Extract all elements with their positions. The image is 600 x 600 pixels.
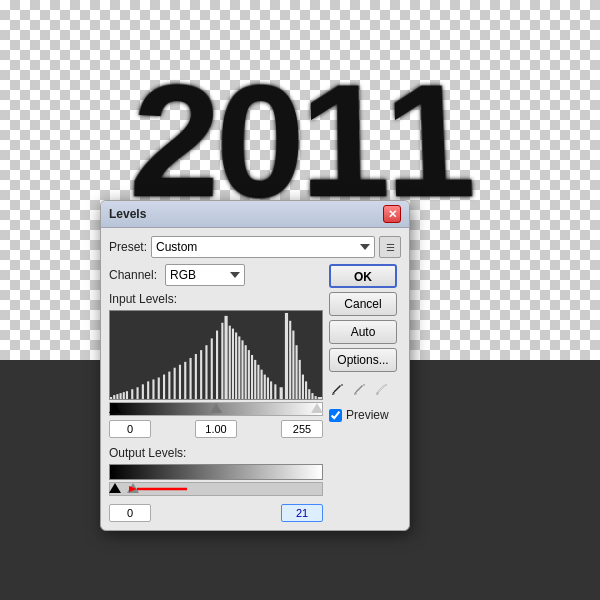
svg-rect-43 [289, 321, 291, 399]
eyedropper-row [329, 380, 401, 398]
svg-rect-52 [318, 397, 322, 399]
svg-rect-18 [190, 358, 192, 399]
preset-select[interactable]: Custom [151, 236, 375, 258]
svg-rect-40 [274, 384, 276, 399]
svg-rect-28 [235, 333, 237, 399]
histogram-container [109, 310, 323, 400]
svg-rect-34 [254, 360, 256, 399]
svg-rect-11 [152, 379, 154, 399]
output-values: 0 21 [109, 504, 323, 522]
svg-rect-14 [168, 372, 170, 399]
svg-rect-29 [238, 336, 240, 399]
svg-rect-17 [184, 362, 186, 399]
red-arrow-indicator [129, 483, 189, 495]
cancel-button[interactable]: Cancel [329, 292, 397, 316]
svg-rect-23 [216, 331, 218, 399]
svg-rect-50 [311, 393, 313, 399]
svg-rect-4 [120, 393, 122, 399]
svg-rect-10 [147, 381, 149, 399]
output-slider-row [109, 482, 323, 500]
svg-rect-39 [270, 381, 272, 399]
svg-rect-12 [158, 377, 160, 399]
main-area: Channel: RGB Input Levels: [109, 264, 401, 522]
auto-button[interactable]: Auto [329, 320, 397, 344]
preset-row: Preset: Custom ☰ [109, 236, 401, 258]
input-handle-black[interactable] [109, 403, 121, 413]
svg-rect-15 [174, 368, 176, 399]
output-gradient [109, 464, 323, 480]
output-section: Output Levels: [109, 446, 323, 522]
svg-rect-1 [110, 397, 112, 399]
input-mid-value[interactable]: 1.00 [195, 420, 237, 438]
input-black-value[interactable]: 0 [109, 420, 151, 438]
preview-label: Preview [346, 408, 389, 422]
svg-rect-9 [142, 384, 144, 399]
levels-dialog: Levels ✕ Preset: Custom ☰ Channel: [100, 200, 410, 531]
svg-rect-22 [211, 338, 213, 399]
red-arrow-svg [129, 483, 189, 495]
eyedropper-gray-icon[interactable] [351, 380, 369, 398]
output-track[interactable] [109, 482, 323, 496]
svg-rect-20 [200, 350, 202, 399]
preset-menu-button[interactable]: ☰ [379, 236, 401, 258]
svg-rect-13 [163, 375, 165, 399]
input-levels-label: Input Levels: [109, 292, 323, 306]
canvas-background: 2011 Levels ✕ Preset: Custom ☰ Chan [0, 0, 600, 600]
svg-rect-38 [267, 377, 269, 399]
channel-row: Channel: RGB [109, 264, 323, 286]
options-button[interactable]: Options... [329, 348, 397, 372]
svg-rect-47 [302, 375, 304, 399]
channel-select[interactable]: RGB [165, 264, 245, 286]
input-level-values: 0 1.00 255 [109, 420, 323, 438]
svg-rect-31 [245, 345, 247, 399]
input-slider-track[interactable] [109, 402, 323, 416]
channel-label: Channel: [109, 268, 161, 282]
ok-button[interactable]: OK [329, 264, 397, 288]
input-handle-white[interactable] [311, 403, 323, 413]
dialog-title: Levels [109, 207, 146, 221]
svg-rect-42 [285, 313, 288, 399]
svg-rect-16 [179, 365, 181, 399]
histogram-svg [110, 311, 322, 399]
svg-rect-26 [229, 326, 231, 399]
svg-rect-35 [257, 365, 259, 399]
svg-rect-5 [123, 392, 125, 399]
side-buttons: OK Cancel Auto Options... [329, 264, 401, 522]
output-black-value[interactable]: 0 [109, 504, 151, 522]
close-button[interactable]: ✕ [383, 205, 401, 223]
svg-rect-7 [131, 389, 133, 399]
svg-rect-44 [292, 331, 294, 399]
svg-rect-37 [264, 375, 266, 399]
svg-rect-8 [137, 387, 139, 399]
svg-rect-30 [241, 340, 243, 399]
svg-rect-36 [261, 370, 263, 399]
svg-rect-33 [251, 355, 253, 399]
output-handle-black[interactable] [109, 483, 121, 493]
svg-rect-24 [221, 323, 223, 399]
svg-rect-48 [305, 381, 307, 399]
svg-rect-6 [126, 391, 128, 399]
eyedropper-black-icon[interactable] [329, 380, 347, 398]
input-handle-mid[interactable] [210, 403, 222, 413]
left-panel: Channel: RGB Input Levels: [109, 264, 323, 522]
svg-rect-27 [232, 329, 234, 399]
svg-rect-41 [280, 387, 283, 399]
svg-rect-3 [116, 394, 118, 399]
input-white-value[interactable]: 255 [281, 420, 323, 438]
svg-rect-25 [224, 316, 227, 399]
eyedropper-white-icon[interactable] [373, 380, 391, 398]
svg-rect-32 [248, 350, 250, 399]
preset-label: Preset: [109, 240, 147, 254]
svg-rect-2 [113, 395, 115, 399]
dialog-content: Preset: Custom ☰ Channel: RGB [101, 228, 409, 530]
output-white-value[interactable]: 21 [281, 504, 323, 522]
svg-rect-21 [205, 345, 207, 399]
svg-rect-19 [195, 354, 197, 399]
svg-rect-45 [296, 345, 298, 399]
preview-checkbox[interactable] [329, 409, 342, 422]
text-art: 2011 [53, 23, 547, 222]
svg-rect-49 [308, 389, 310, 399]
output-levels-label: Output Levels: [109, 446, 323, 460]
svg-rect-46 [299, 360, 301, 399]
preview-row: Preview [329, 408, 401, 422]
